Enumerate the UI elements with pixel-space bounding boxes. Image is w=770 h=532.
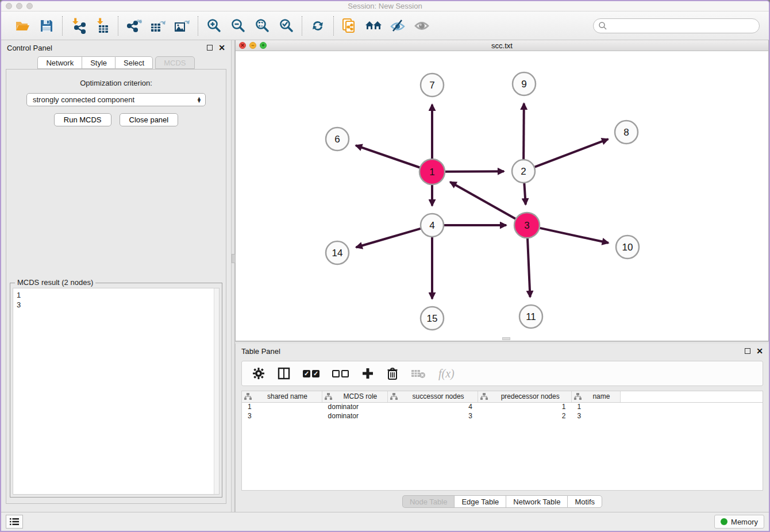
cell-predecessor-nodes[interactable]: 1 <box>478 402 572 411</box>
node-label-1: 1 <box>429 167 434 178</box>
cell-predecessor-nodes[interactable]: 2 <box>478 411 572 421</box>
column-type-icon <box>480 393 488 400</box>
close-table-panel-button[interactable]: ✕ <box>756 348 763 354</box>
edge-3-1[interactable] <box>450 182 515 219</box>
open-folder-icon <box>14 18 30 33</box>
edge-1-6[interactable] <box>356 145 419 167</box>
close-panel-button[interactable]: ✕ <box>218 45 225 51</box>
criterion-select[interactable]: strongly connected component ▲▼ <box>26 93 206 106</box>
table-row[interactable]: 3dominator323 <box>242 411 763 421</box>
tab-network[interactable]: Network <box>37 56 82 69</box>
close-panel-button-inner[interactable]: Close panel <box>120 113 179 126</box>
network-canvas[interactable]: 7968124314101511 <box>236 51 768 341</box>
table-settings-button[interactable] <box>252 367 265 380</box>
deselect-all-button[interactable] <box>332 370 349 377</box>
save-disk-icon <box>39 18 54 33</box>
column-header-successor-nodes[interactable]: successor nodes <box>387 391 478 402</box>
cell-successor-nodes[interactable]: 3 <box>387 411 478 421</box>
tab-network-table[interactable]: Network Table <box>506 495 567 508</box>
unchecked-box-icon <box>341 370 349 377</box>
cell-name[interactable]: 1 <box>572 402 621 411</box>
edge-3-10[interactable] <box>540 228 608 243</box>
mcds-result-title: MCDS result (2 nodes) <box>15 278 95 287</box>
node-label-11: 11 <box>526 311 536 322</box>
cell-successor-nodes[interactable]: 4 <box>387 402 478 411</box>
tab-style[interactable]: Style <box>82 56 115 69</box>
export-network-button[interactable] <box>123 16 145 36</box>
clone-network-button[interactable] <box>338 16 360 36</box>
node-label-14: 14 <box>332 248 343 259</box>
tab-mcds[interactable]: MCDS <box>155 56 194 69</box>
checked-box-icon: ✓ <box>312 370 319 377</box>
node-label-15: 15 <box>427 313 438 324</box>
mcds-result-list[interactable]: 1 3 <box>13 288 214 494</box>
memory-label: Memory <box>731 518 758 526</box>
export-table-button[interactable] <box>147 16 169 36</box>
tab-select[interactable]: Select <box>115 56 153 69</box>
zoom-out-icon <box>230 18 246 34</box>
cell-shared-name[interactable]: 3 <box>242 411 322 421</box>
result-scrollbar[interactable] <box>214 288 219 494</box>
app-title: Session: New Session <box>1 2 769 10</box>
zoom-selected-button[interactable] <box>275 16 297 36</box>
column-header-shared-name[interactable]: shared name <box>242 391 322 402</box>
trash-icon <box>387 367 398 380</box>
import-table-button[interactable] <box>91 16 113 36</box>
apply-layout-button[interactable] <box>307 16 329 36</box>
export-network-icon <box>125 18 143 34</box>
main-toolbar <box>1 11 769 40</box>
node-table[interactable]: shared nameMCDS rolesuccessor nodesprede… <box>241 391 763 491</box>
open-session-button[interactable] <box>11 16 33 36</box>
canvas-resize-handle[interactable] <box>502 337 510 340</box>
edge-3-11[interactable] <box>528 238 530 297</box>
save-session-button[interactable] <box>36 16 57 36</box>
search-box[interactable] <box>593 18 760 33</box>
zoom-fit-button[interactable] <box>251 16 273 36</box>
hide-selected-button[interactable] <box>387 16 409 36</box>
mcds-result-group: MCDS result (2 nodes) 1 3 <box>10 283 222 498</box>
session-list-button[interactable] <box>6 515 23 529</box>
table-row[interactable]: 1dominator411 <box>242 402 763 411</box>
column-header-name[interactable]: name <box>572 391 621 402</box>
cell-name[interactable]: 3 <box>572 411 621 421</box>
edge-1-2[interactable] <box>445 171 504 172</box>
function-builder-button[interactable]: f(x) <box>438 367 455 380</box>
show-all-button[interactable] <box>411 16 433 36</box>
edge-2-8[interactable] <box>535 139 609 167</box>
plus-icon <box>361 367 374 380</box>
delete-table-button[interactable] <box>411 368 426 379</box>
zoom-in-button[interactable] <box>203 16 225 36</box>
delete-row-button[interactable] <box>387 367 398 380</box>
show-column-button[interactable] <box>278 367 290 380</box>
select-chevrons-icon: ▲▼ <box>197 97 202 103</box>
edge-2-3[interactable] <box>524 183 525 205</box>
cell-shared-name[interactable]: 1 <box>242 402 322 411</box>
cell-MCDS-role[interactable]: dominator <box>322 411 388 421</box>
memory-button[interactable]: Memory <box>714 515 764 529</box>
edge-4-14[interactable] <box>356 229 421 248</box>
node-label-2: 2 <box>521 166 526 177</box>
edge-2-9[interactable] <box>523 103 524 159</box>
float-table-panel-button[interactable] <box>745 348 750 354</box>
splitter-handle[interactable] <box>232 254 236 263</box>
zoom-out-button[interactable] <box>227 16 249 36</box>
search-input[interactable] <box>611 21 759 30</box>
column-header-MCDS-role[interactable]: MCDS role <box>322 391 388 402</box>
tab-edge-table[interactable]: Edge Table <box>454 495 506 508</box>
vertical-splitter[interactable] <box>231 40 235 512</box>
column-header-predecessor-nodes[interactable]: predecessor nodes <box>478 391 572 402</box>
network-graph[interactable]: 7968124314101511 <box>236 51 769 338</box>
columns-icon <box>278 367 290 380</box>
column-header-filler <box>620 391 763 402</box>
tab-node-table[interactable]: Node Table <box>402 495 455 508</box>
float-panel-button[interactable] <box>207 45 213 51</box>
export-image-button[interactable] <box>171 16 193 36</box>
import-network-button[interactable] <box>67 16 89 36</box>
run-mcds-button[interactable]: Run MCDS <box>54 113 111 126</box>
column-type-icon <box>244 393 252 400</box>
cell-MCDS-role[interactable]: dominator <box>322 402 388 411</box>
first-neighbors-button[interactable] <box>363 16 384 36</box>
tab-motifs[interactable]: Motifs <box>567 495 602 508</box>
add-row-button[interactable] <box>361 367 374 380</box>
select-all-button[interactable]: ✓ ✓ <box>303 370 319 377</box>
